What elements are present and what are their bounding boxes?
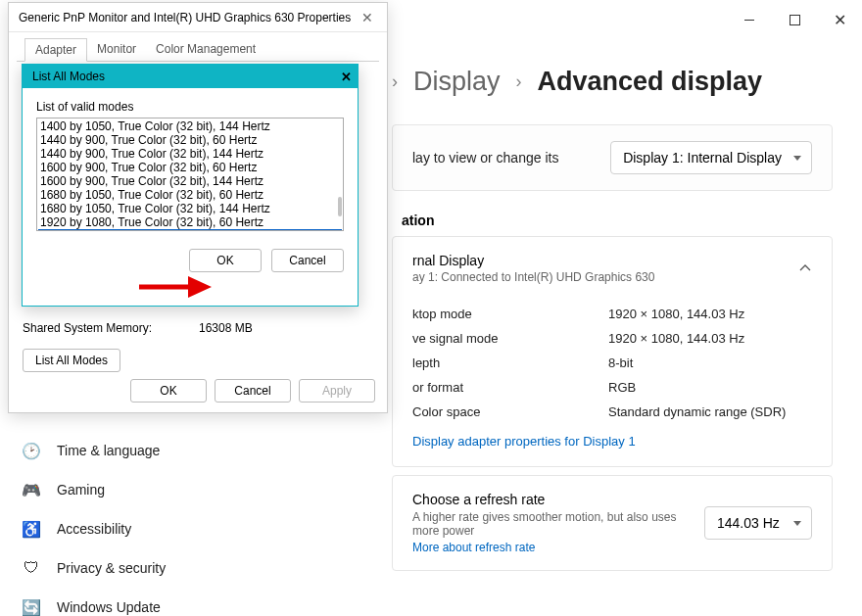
- shared-memory-value: 16308 MB: [199, 321, 253, 335]
- props-ok-button[interactable]: OK: [130, 379, 207, 403]
- minimize-button[interactable]: [727, 4, 772, 35]
- shield-icon: 🛡: [22, 558, 41, 578]
- mode-option[interactable]: 1680 by 1050, True Color (32 bit), 144 H…: [38, 202, 342, 215]
- sidebar-item-time-language[interactable]: 🕑 Time & language: [22, 431, 323, 470]
- chevron-up-icon[interactable]: [798, 261, 812, 275]
- info-row: Color spaceStandard dynamic range (SDR): [412, 400, 812, 424]
- chevron-right-icon: ›: [392, 71, 398, 92]
- display-adapter-properties-link[interactable]: Display adapter properties for Display 1: [412, 424, 812, 450]
- info-label: ktop mode: [412, 307, 608, 321]
- info-label: lepth: [412, 355, 608, 370]
- maximize-button[interactable]: [772, 4, 817, 35]
- mode-option[interactable]: 1440 by 900, True Color (32 bit), 144 He…: [38, 147, 342, 161]
- accessibility-icon: ♿: [22, 519, 41, 539]
- select-display-label: lay to view or change its: [412, 150, 558, 166]
- modes-cancel-button[interactable]: Cancel: [271, 249, 344, 272]
- close-icon[interactable]: ✕: [354, 10, 381, 25]
- info-row: ve signal mode1920 × 1080, 144.03 Hz: [412, 326, 812, 351]
- tab-adapter[interactable]: Adapter: [24, 38, 87, 62]
- modes-list-label: List of valid modes: [36, 100, 344, 114]
- props-cancel-button[interactable]: Cancel: [215, 379, 291, 403]
- mode-option[interactable]: 1400 by 1050, True Color (32 bit), 144 H…: [38, 119, 342, 133]
- refresh-title: Choose a refresh rate: [412, 492, 704, 507]
- sidebar-item-label: Windows Update: [57, 599, 161, 615]
- scrollbar-thumb[interactable]: [338, 197, 342, 216]
- mode-option[interactable]: 1600 by 900, True Color (32 bit), 144 He…: [38, 174, 342, 188]
- info-row: lepth8-bit: [412, 351, 812, 375]
- mode-option[interactable]: 1680 by 1050, True Color (32 bit), 60 He…: [38, 188, 342, 202]
- settings-main: › Display › Advanced display lay to view…: [323, 39, 862, 616]
- info-label: Color space: [412, 404, 608, 419]
- update-icon: 🔄: [22, 597, 41, 616]
- info-row: or formatRGB: [412, 375, 812, 400]
- tab-monitor[interactable]: Monitor: [87, 38, 146, 61]
- info-value: RGB: [608, 380, 636, 395]
- chevron-right-icon: ›: [516, 71, 522, 92]
- info-value: 1920 × 1080, 144.03 Hz: [608, 307, 744, 321]
- modes-listbox[interactable]: 1400 by 1050, True Color (32 bit), 144 H…: [36, 118, 344, 231]
- info-title: rnal Display: [412, 253, 654, 268]
- info-row: ktop mode1920 × 1080, 144.03 Hz: [412, 302, 812, 326]
- info-label: ve signal mode: [412, 331, 608, 346]
- sidebar-item-label: Accessibility: [57, 521, 131, 537]
- refresh-subtitle: A higher rate gives smoother motion, but…: [412, 510, 704, 538]
- mode-option[interactable]: 1440 by 900, True Color (32 bit), 60 Her…: [38, 133, 342, 147]
- shared-memory-label: Shared System Memory:: [23, 321, 199, 335]
- props-apply-button[interactable]: Apply: [299, 379, 375, 403]
- props-titlebar: Generic PnP Monitor and Intel(R) UHD Gra…: [9, 3, 387, 32]
- info-value: 8-bit: [608, 355, 633, 370]
- modes-title: List All Modes: [32, 70, 105, 83]
- list-all-modes-dialog: List All Modes ✕ List of valid modes 140…: [22, 64, 359, 307]
- mode-option[interactable]: 1920 by 1080, True Color (32 bit), 144 H…: [38, 229, 342, 231]
- info-value: Standard dynamic range (SDR): [608, 404, 786, 419]
- tab-color-management[interactable]: Color Management: [146, 38, 265, 61]
- sidebar-item-label: Privacy & security: [57, 560, 166, 576]
- close-icon[interactable]: ✕: [341, 70, 352, 84]
- props-tabs: Adapter Monitor Color Management: [17, 32, 379, 62]
- info-label: or format: [412, 380, 608, 395]
- sidebar-item-windows-update[interactable]: 🔄 Windows Update: [22, 588, 323, 616]
- page-title: Advanced display: [538, 67, 763, 97]
- mode-option[interactable]: 1600 by 900, True Color (32 bit), 60 Her…: [38, 161, 342, 174]
- sidebar-item-label: Gaming: [57, 482, 105, 498]
- list-all-modes-button[interactable]: List All Modes: [23, 349, 120, 372]
- sidebar-item-privacy[interactable]: 🛡 Privacy & security: [22, 548, 323, 588]
- modes-titlebar: List All Modes ✕: [23, 65, 358, 88]
- section-header: ation: [323, 201, 833, 236]
- refresh-rate-value: 144.03 Hz: [717, 515, 780, 531]
- close-button[interactable]: ✕: [817, 4, 862, 35]
- display-info-card: rnal Display ay 1: Connected to Intel(R)…: [392, 236, 833, 467]
- breadcrumb-display[interactable]: Display: [413, 67, 501, 97]
- sidebar-item-accessibility[interactable]: ♿ Accessibility: [22, 509, 323, 548]
- refresh-rate-dropdown[interactable]: 144.03 Hz: [704, 506, 812, 540]
- display-dropdown[interactable]: Display 1: Internal Display: [610, 141, 812, 174]
- modes-ok-button[interactable]: OK: [189, 249, 262, 272]
- select-display-card: lay to view or change its Display 1: Int…: [392, 124, 833, 191]
- info-subtitle: ay 1: Connected to Intel(R) UHD Graphics…: [412, 270, 654, 284]
- mode-option[interactable]: 1920 by 1080, True Color (32 bit), 60 He…: [38, 215, 342, 229]
- clock-icon: 🕑: [22, 441, 41, 460]
- sidebar-item-label: Time & language: [57, 443, 160, 458]
- info-value: 1920 × 1080, 144.03 Hz: [608, 331, 744, 346]
- gaming-icon: 🎮: [22, 480, 41, 499]
- display-dropdown-value: Display 1: Internal Display: [623, 150, 782, 166]
- sidebar-item-gaming[interactable]: 🎮 Gaming: [22, 470, 323, 509]
- props-title: Generic PnP Monitor and Intel(R) UHD Gra…: [19, 11, 351, 24]
- breadcrumb: › Display › Advanced display: [323, 67, 833, 97]
- refresh-more-link[interactable]: More about refresh rate: [412, 541, 704, 554]
- refresh-rate-card: Choose a refresh rate A higher rate give…: [392, 475, 833, 571]
